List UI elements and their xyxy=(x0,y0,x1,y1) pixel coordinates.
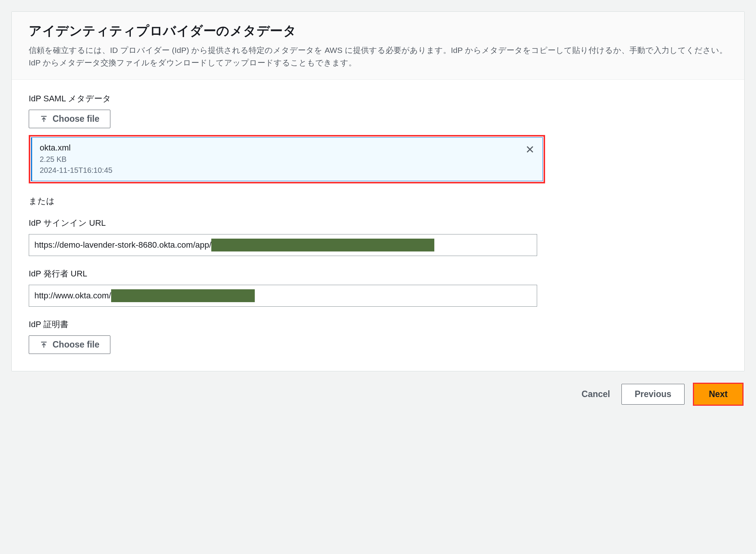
choose-file-button[interactable]: Choose file xyxy=(29,110,110,128)
next-button[interactable]: Next xyxy=(694,384,742,405)
saml-metadata-label: IdP SAML メタデータ xyxy=(29,93,727,104)
choose-certificate-label: Choose file xyxy=(53,340,99,350)
redacted-block xyxy=(211,239,434,251)
signin-url-label: IdP サインイン URL xyxy=(29,217,727,229)
uploaded-file-timestamp: 2024-11-15T16:10:45 xyxy=(40,166,112,175)
page-description: 信頼を確立するには、ID プロバイダー (IdP) から提供される特定のメタデー… xyxy=(29,44,727,69)
wizard-footer: Cancel Previous Next xyxy=(11,383,745,406)
uploaded-file-size: 2.25 KB xyxy=(40,155,112,164)
issuer-url-field: IdP 発行者 URL http://www.okta.com/ xyxy=(29,268,727,307)
cancel-button[interactable]: Cancel xyxy=(579,384,613,404)
previous-button[interactable]: Previous xyxy=(621,384,685,405)
signin-url-input[interactable]: https://demo-lavender-stork-8680.okta.co… xyxy=(29,234,537,256)
panel-header: アイデンティティプロバイダーのメタデータ 信頼を確立するには、ID プロバイダー… xyxy=(12,12,744,80)
idp-metadata-panel: アイデンティティプロバイダーのメタデータ 信頼を確立するには、ID プロバイダー… xyxy=(11,11,745,371)
page-title: アイデンティティプロバイダーのメタデータ xyxy=(29,22,727,40)
upload-icon xyxy=(40,341,48,349)
signin-url-value: https://demo-lavender-stork-8680.okta.co… xyxy=(34,240,211,250)
uploaded-file-highlight: okta.xml 2.25 KB 2024-11-15T16:10:45 xyxy=(29,135,545,183)
remove-file-button[interactable] xyxy=(525,143,535,156)
or-separator: または xyxy=(29,196,727,207)
next-button-highlight: Next xyxy=(693,383,744,406)
uploaded-file-info: okta.xml 2.25 KB 2024-11-15T16:10:45 xyxy=(40,143,112,175)
choose-file-label: Choose file xyxy=(53,114,99,124)
certificate-field: IdP 証明書 Choose file xyxy=(29,319,727,354)
upload-icon xyxy=(40,115,48,123)
saml-metadata-field: IdP SAML メタデータ Choose file okta.xml 2.25… xyxy=(29,93,727,183)
choose-certificate-button[interactable]: Choose file xyxy=(29,335,110,354)
uploaded-file-name: okta.xml xyxy=(40,143,112,153)
uploaded-file-token: okta.xml 2.25 KB 2024-11-15T16:10:45 xyxy=(31,137,543,181)
issuer-url-label: IdP 発行者 URL xyxy=(29,268,727,279)
panel-body: IdP SAML メタデータ Choose file okta.xml 2.25… xyxy=(12,80,744,371)
certificate-label: IdP 証明書 xyxy=(29,319,727,330)
redacted-block xyxy=(111,289,255,302)
issuer-url-input[interactable]: http://www.okta.com/ xyxy=(29,285,537,307)
signin-url-field: IdP サインイン URL https://demo-lavender-stor… xyxy=(29,217,727,256)
issuer-url-value: http://www.okta.com/ xyxy=(34,291,111,301)
